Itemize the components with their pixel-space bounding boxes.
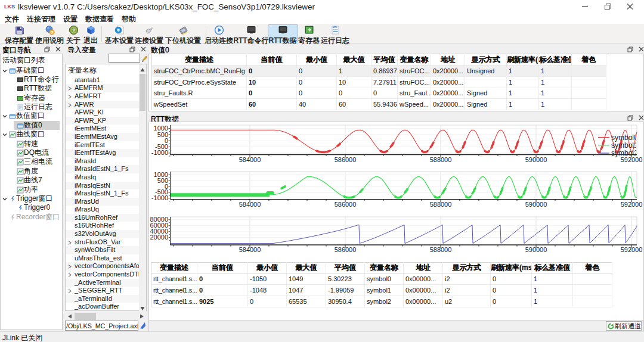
svg-text:20000: 20000	[150, 234, 168, 241]
svg-text:590000: 590000	[525, 201, 547, 208]
svg-text:588000: 588000	[430, 246, 452, 253]
svg-text:586000: 586000	[335, 246, 357, 253]
svg-text:-1000: -1000	[151, 149, 168, 156]
svg-text:586000: 586000	[335, 156, 357, 163]
svg-text:588000: 588000	[430, 156, 452, 163]
svg-text:590000: 590000	[525, 156, 547, 163]
svg-text:symbol2: symbol2	[611, 149, 638, 157]
svg-text:586000: 586000	[335, 201, 357, 208]
svg-text:symbol1: symbol1	[611, 141, 638, 150]
svg-text:590000: 590000	[525, 246, 547, 253]
svg-text:-1000: -1000	[151, 194, 168, 201]
svg-text:592000: 592000	[621, 246, 643, 253]
svg-text:588000: 588000	[430, 201, 452, 208]
svg-text:592000: 592000	[621, 201, 643, 208]
svg-text:584000: 584000	[239, 201, 261, 208]
svg-text:584000: 584000	[239, 156, 261, 163]
svg-text:symbol0: symbol0	[611, 133, 638, 142]
svg-text:584000: 584000	[239, 246, 261, 253]
